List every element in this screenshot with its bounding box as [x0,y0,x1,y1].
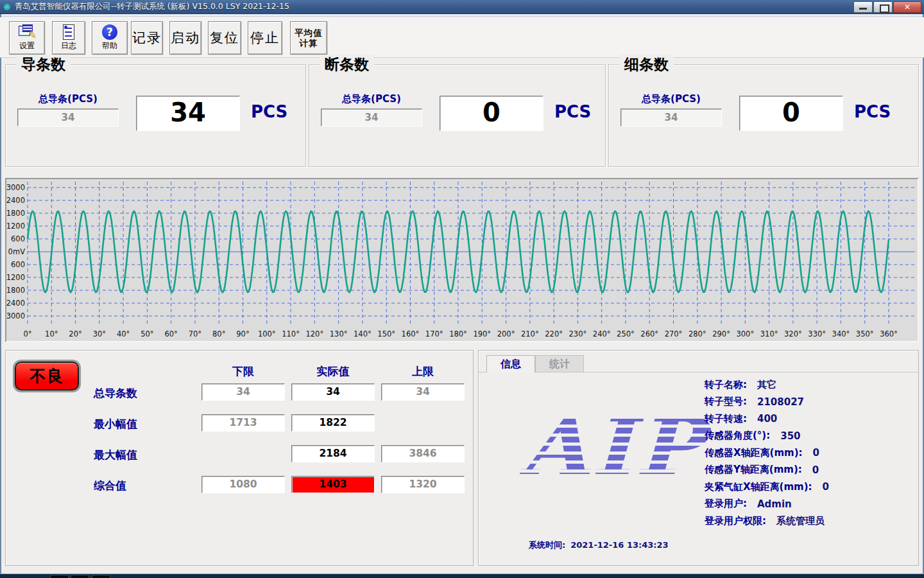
svg-text:260°: 260° [640,329,658,338]
svg-text:300°: 300° [736,329,754,338]
svg-text:30°: 30° [93,329,106,338]
svg-text:180°: 180° [449,329,467,338]
svg-text:40°: 40° [117,329,130,338]
info-row-login-user: 登录用户:Admin [705,496,916,513]
total-bars-input[interactable]: 34 [620,109,722,127]
reset-button[interactable]: 复位 [208,21,241,55]
status-badge: 不良 [15,362,79,390]
svg-text:340°: 340° [832,329,850,338]
max-amplitude-upper: 3846 [381,445,465,462]
help-icon: ? [102,24,117,40]
info-row-user-role: 登录用户权限:系统管理员 [705,512,916,530]
total-bars-upper: 34 [381,383,465,401]
row-label-composite-value: 综合值 [94,478,196,493]
average-calc-button[interactable]: 平均值 计算 [290,21,327,55]
max-amplitude-actual: 2184 [291,445,375,462]
tab-info[interactable]: 信息 [486,355,535,372]
svg-text:0mV: 0mV [8,247,26,256]
window-title: 青岛艾普智能仪器有限公司--转子测试系统 (新板) V15.0.0 LSY 20… [15,1,289,12]
taskbar-button[interactable] [50,575,69,578]
total-bars-input[interactable]: 34 [321,109,422,127]
svg-text:1200: 1200 [6,222,25,231]
counter-panel-broken-bars: 断条数 总导条(PCS) 34 0 PCS [309,64,606,167]
svg-text:120°: 120° [305,329,323,338]
svg-text:220°: 220° [545,329,563,338]
help-button[interactable]: ? 帮助 [92,21,128,55]
log-button[interactable]: 日志 [52,21,85,55]
row-label-min-amplitude: 最小幅值 [94,417,196,432]
svg-text:360°: 360° [880,329,898,338]
svg-text:170°: 170° [425,329,443,338]
svg-text:130°: 130° [330,329,348,338]
titlebar: ❋ 青岛艾普智能仪器有限公司--转子测试系统 (新板) V15.0.0 LSY … [0,0,924,14]
info-row-rotor-speed: 转子转速:400 [705,410,916,428]
info-row-sensor-x: 传感器X轴距离(mm):0 [705,444,916,462]
svg-text:2400: 2400 [6,196,25,205]
panel-title: 细条数 [619,55,674,74]
svg-text:2400: 2400 [6,299,25,308]
svg-text:330°: 330° [808,329,826,338]
settings-icon: ✎ [19,24,35,40]
titlebar-strip [0,14,924,17]
min-amplitude-lower: 1713 [201,414,285,432]
row-label-total-bars: 总导条数 [94,386,196,401]
system-time: 系统时间:2021-12-16 13:43:23 [529,539,669,551]
app-snowflake-icon: ❋ [3,3,11,12]
tab-statistics[interactable]: 统计 [535,355,584,372]
column-header-actual: 实际值 [291,364,375,379]
svg-text:60°: 60° [164,329,177,338]
minimize-button[interactable] [853,1,873,13]
info-row-sensor-angle: 传感器角度(°):350 [705,428,916,445]
svg-text:80°: 80° [212,329,225,338]
svg-text:1200: 1200 [6,273,25,282]
svg-text:310°: 310° [760,329,778,338]
total-bars-label: 总导条(PCS) [321,93,422,105]
tab-underline [479,372,918,372]
svg-text:280°: 280° [689,329,706,338]
svg-text:350°: 350° [856,329,874,338]
waveform-svg: 30002400180012006000mV600120018002400300… [6,179,918,341]
svg-text:270°: 270° [665,329,683,338]
taskbar-button[interactable] [92,575,110,578]
close-button[interactable] [893,1,921,13]
total-bars-input[interactable]: 34 [17,109,119,127]
info-fields: 转子名称:其它 转子型号:2108027 转子转速:400 传感器角度(°):3… [705,376,916,530]
svg-text:90°: 90° [236,329,249,338]
conductor-bars-display: 34 [136,96,240,131]
svg-text:230°: 230° [569,329,587,338]
total-bars-actual: 34 [291,383,375,401]
composite-lower: 1080 [201,476,285,493]
svg-text:70°: 70° [189,329,201,338]
composite-upper: 1320 [381,476,465,493]
info-panel: 信息 统计 AIP 转子名称:其它 转子型号:2108027 转子转速:400 … [478,350,919,566]
maximize-button[interactable] [873,1,893,13]
svg-text:600: 600 [11,260,25,269]
stop-button[interactable]: 停止 [248,21,282,55]
unit-label: PCS [251,102,287,121]
app-window: ❋ 青岛艾普智能仪器有限公司--转子测试系统 (新板) V15.0.0 LSY … [0,0,924,578]
start-button[interactable]: 启动 [169,21,201,55]
min-amplitude-actual: 1822 [291,414,375,432]
svg-text:290°: 290° [712,329,730,338]
counter-panel-thin-bars: 细条数 总导条(PCS) 34 0 PCS [608,64,919,167]
composite-actual-alarm: 1403 [291,476,375,493]
result-panel: 不良 下限 实际值 上限 总导条数 34 34 34 最小幅值 1713 182… [5,350,474,566]
settings-button[interactable]: ✎ 设置 [9,21,45,55]
svg-text:3000: 3000 [6,311,25,320]
record-button[interactable]: 记录 [131,21,163,55]
svg-text:210°: 210° [521,329,539,338]
svg-text:0°: 0° [23,329,31,338]
broken-bars-display: 0 [440,96,543,131]
total-bars-label: 总导条(PCS) [620,93,722,105]
aip-logo: AIP [492,401,733,497]
taskbar [0,574,924,578]
column-header-lower: 下限 [201,364,285,379]
taskbar-button[interactable] [71,575,89,578]
svg-text:600: 600 [11,234,25,243]
svg-text:100°: 100° [258,329,276,338]
waveform-chart: 30002400180012006000mV600120018002400300… [5,178,919,342]
panel-title: 断条数 [320,55,374,74]
info-row-rotor-name: 转子名称:其它 [705,376,916,394]
svg-text:320°: 320° [784,329,802,338]
unit-label: PCS [554,102,591,121]
